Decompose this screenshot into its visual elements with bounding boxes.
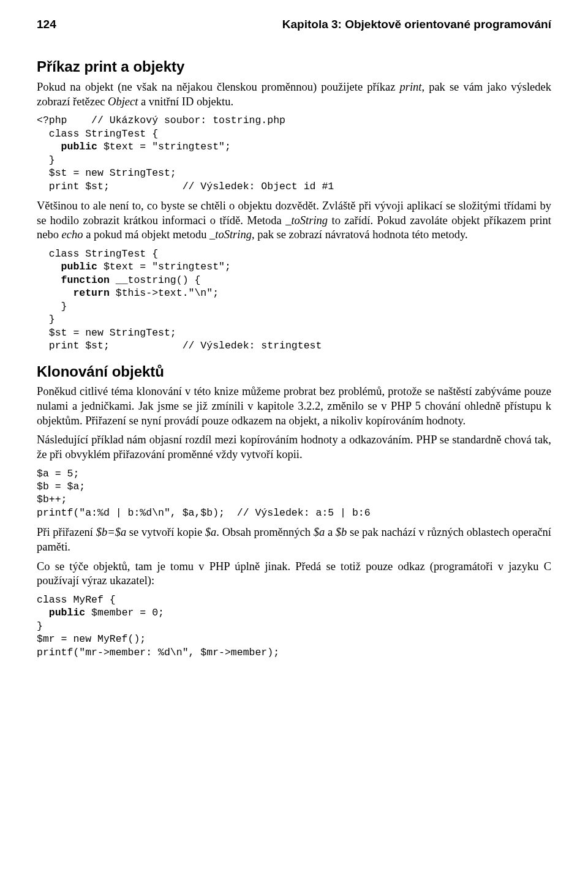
code-line: } [37, 301, 67, 312]
code-line: $text = "stringtest"; [97, 261, 231, 273]
code-line: } [37, 314, 55, 325]
code-line: class StringTest { [37, 248, 158, 260]
code-line: printf("mr->member: %d\n", $mr->member); [37, 647, 279, 658]
text-italic: _toString [285, 214, 328, 227]
code-line: printf("a:%d | b:%d\n", $a,$b); // Výsle… [37, 507, 371, 519]
code-keyword: public [37, 607, 85, 618]
text: . Obsah proměnných [216, 526, 313, 538]
text: a vnitřní ID objektu. [138, 96, 233, 108]
text-italic: $b [336, 526, 347, 538]
code-line: } [37, 620, 43, 632]
paragraph: Následující příklad nám objasní rozdíl m… [37, 433, 551, 462]
text-italic: $a [205, 526, 217, 538]
paragraph: Pokud na objekt (ne však na nějakou člen… [37, 80, 551, 109]
text: , pak se zobrazí návratová hodnota této … [252, 228, 468, 241]
section-title-print: Příkaz print a objekty [37, 58, 551, 77]
code-line: $a = 5; [37, 468, 79, 479]
text: a pokud má objekt metodu [83, 228, 210, 241]
code-keyword: function [37, 274, 110, 286]
code-line: $this->text."\n"; [110, 287, 219, 299]
paragraph: Poněkud citlivé téma klonování v této kn… [37, 385, 551, 428]
paragraph: Většinou to ale není to, co byste se cht… [37, 199, 551, 242]
paragraph: Co se týče objektů, tam je tomu v PHP úp… [37, 560, 551, 588]
code-line: __tostring() { [110, 274, 201, 286]
code-line: $b++; [37, 494, 67, 505]
text-italic: print [399, 81, 421, 93]
text-italic: $b=$a [96, 526, 126, 538]
text-italic: _toString [209, 228, 252, 241]
text: Pokud na objekt (ne však na nějakou člen… [37, 81, 399, 93]
code-keyword: public [37, 261, 97, 273]
code-line: $st = new StringTest; [37, 327, 176, 339]
paragraph: Při přiřazení $b=$a se vytvoří kopie $a.… [37, 525, 551, 554]
code-block: class MyRef { public $member = 0; } $mr … [37, 593, 551, 659]
code-line: class MyRef { [37, 594, 116, 606]
code-line: $text = "stringtest"; [97, 141, 231, 152]
text-italic: $a [314, 526, 325, 538]
code-line: $b = $a; [37, 481, 85, 492]
code-line: <?php // Ukázkový soubor: tostring.php [37, 115, 285, 126]
page: 124 Kapitola 3: Objektově orientované pr… [0, 0, 588, 891]
section-title-clone: Klonování objektů [37, 363, 551, 382]
text: se vytvoří kopie [126, 526, 205, 538]
text: Při přiřazení [37, 526, 96, 538]
code-line: $mr = new MyRef(); [37, 633, 146, 645]
text-italic: Object [108, 96, 138, 108]
code-block: <?php // Ukázkový soubor: tostring.php c… [37, 114, 551, 193]
code-line: $st = new StringTest; [37, 167, 176, 179]
code-line: $member = 0; [85, 607, 164, 618]
page-number: 124 [37, 17, 56, 32]
code-line: class StringTest { [37, 128, 158, 140]
code-line: print $st; // Výsledek: Object id #1 [37, 181, 334, 192]
code-keyword: public [37, 141, 97, 152]
text-italic: echo [62, 228, 83, 241]
code-line: } [37, 154, 55, 166]
page-header: 124 Kapitola 3: Objektově orientované pr… [37, 17, 551, 32]
code-keyword: return [37, 287, 110, 299]
code-line: print $st; // Výsledek: stringtest [37, 340, 322, 352]
code-block: class StringTest { public $text = "strin… [37, 247, 551, 353]
chapter-title: Kapitola 3: Objektově orientované progra… [282, 17, 551, 32]
text: a [325, 526, 336, 538]
code-block: $a = 5; $b = $a; $b++; printf("a:%d | b:… [37, 467, 551, 520]
